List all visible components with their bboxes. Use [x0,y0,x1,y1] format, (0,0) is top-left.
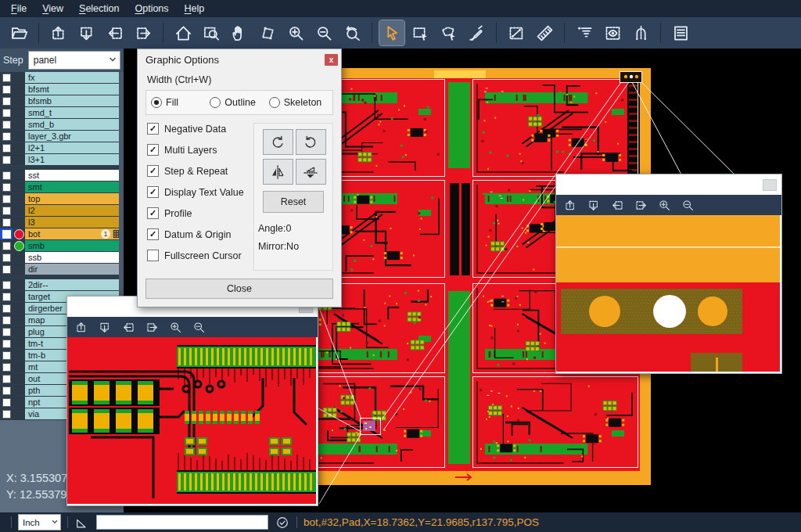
layer-visibility-checkbox[interactable] [0,95,13,106]
layer-row-dir[interactable]: dir [0,264,124,275]
layer-visibility-checkbox[interactable] [0,217,13,228]
corner-angle-icon[interactable] [74,515,90,530]
mag-zoom-out-button[interactable] [681,199,695,212]
layer-visibility-checkbox[interactable] [0,252,13,263]
layer-indicator-slot[interactable] [13,107,25,118]
layer-row-top[interactable]: top [0,193,124,204]
layer-indicator-slot[interactable] [13,142,25,153]
magnifier-view-left[interactable] [67,337,316,504]
layer-visibility-checkbox[interactable] [0,279,13,290]
radio-outline[interactable]: Outline [210,97,268,108]
mag-zoom-out-button[interactable] [192,321,206,334]
layer-indicator-slot[interactable] [13,217,25,228]
layer-visibility-checkbox[interactable] [0,170,13,181]
reset-button[interactable]: Reset [263,191,324,213]
radio-skeleton[interactable]: Skeleton [269,97,328,108]
layer-indicator-slot[interactable] [13,303,25,314]
checkbox-fullscreen-cursor[interactable]: Fullscreen Cursor [147,250,250,261]
tool-pan-hand-button[interactable] [227,20,252,45]
mag-zoom-in-button[interactable] [658,199,671,212]
layer-indicator-slot[interactable] [13,408,25,419]
layer-visibility-checkbox[interactable] [0,240,13,251]
layer-row-smb[interactable]: smb [0,240,124,251]
mag-pan-left-button[interactable] [611,199,624,212]
layer-row-smd_t[interactable]: smd_t [0,107,124,118]
flip-v-button[interactable] [296,159,326,185]
mag-pan-up-button[interactable] [564,199,577,212]
layer-row-bfsmb[interactable]: bfsmb [0,95,124,106]
layer-visibility-checkbox[interactable] [0,338,13,349]
layer-visibility-checkbox[interactable] [0,142,13,153]
tool-zoom-area-button[interactable] [199,20,224,45]
layer-visibility-checkbox[interactable] [0,205,13,216]
tool-filter-button[interactable] [572,20,597,45]
tool-select-cursor-button[interactable] [379,20,404,45]
layer-row-l2[interactable]: l2 [0,205,124,216]
layer-visibility-checkbox[interactable] [0,72,13,83]
layer-visibility-checkbox[interactable] [0,154,13,165]
step-select[interactable]: panel [28,51,120,70]
layer-indicator-slot[interactable] [13,326,25,337]
tool-open-folder-button[interactable] [6,20,31,45]
layer-indicator-slot[interactable] [13,385,25,396]
tool-zoom-previous-button[interactable] [339,20,365,45]
mag-pan-down-button[interactable] [587,199,601,212]
tool-view-region-button[interactable] [600,20,625,45]
layer-visibility-checkbox[interactable] [0,361,13,372]
menu-file[interactable]: File [3,1,34,16]
layer-visibility-checkbox[interactable] [0,228,13,239]
tool-ruler-button[interactable] [532,20,557,45]
layer-indicator-slot[interactable] [13,338,25,349]
layer-indicator-slot[interactable] [13,182,25,192]
layer-visibility-checkbox[interactable] [0,84,13,95]
layer-indicator-slot[interactable] [13,252,25,263]
layer-indicator-slot[interactable] [13,291,25,302]
layer-visibility-checkbox[interactable] [0,326,13,337]
checkbox-profile[interactable]: ✓Profile [147,207,250,219]
tool-report-button[interactable] [668,20,693,45]
layer-visibility-checkbox[interactable] [0,182,13,192]
layer-indicator-slot[interactable] [13,72,25,83]
layer-row-fx[interactable]: fx [0,72,124,83]
tool-pan-up-button[interactable] [46,20,71,45]
mag-pan-down-button[interactable] [99,321,112,334]
unit-select[interactable]: Inch [18,514,61,530]
window-button[interactable] [763,179,777,191]
tool-rect-select-button[interactable] [408,20,433,45]
layer-row-bot[interactable]: bot1 [0,228,124,239]
tool-zoom-out-button[interactable] [311,20,336,45]
menu-view[interactable]: View [34,1,71,16]
menu-options[interactable]: Options [127,1,176,16]
tool-measure-polygon-button[interactable] [255,20,280,45]
menu-selection[interactable]: Selection [71,1,127,16]
mag-pan-right-button[interactable] [634,199,648,212]
layer-visibility-checkbox[interactable] [0,291,13,302]
magnifier-title-bar[interactable] [556,174,781,195]
flip-h-button[interactable] [263,159,293,185]
layer-indicator-slot[interactable] [13,315,25,325]
layer-row-l3+1[interactable]: l3+1 [0,154,124,165]
layer-indicator-slot[interactable] [13,170,25,181]
layer-indicator-slot[interactable] [13,193,25,204]
tool-home-button[interactable] [171,20,196,45]
layer-indicator-slot[interactable] [13,84,25,95]
layer-visibility-checkbox[interactable] [0,408,13,419]
layer-row-l3[interactable]: l3 [0,217,124,228]
layer-indicator-slot[interactable] [13,119,25,130]
layer-row-smt[interactable]: smt [0,182,124,192]
layer-visibility-checkbox[interactable] [0,385,13,396]
mag-pan-left-button[interactable] [122,321,135,334]
layer-indicator-slot[interactable] [13,95,25,106]
layer-row-bfsmt[interactable]: bfsmt [0,84,124,95]
tool-pan-down-button[interactable] [74,20,99,45]
rotate-cw-button[interactable] [263,129,293,155]
rotate-ccw-button[interactable] [296,129,326,155]
command-input[interactable] [96,515,268,530]
tool-clean-brush-button[interactable] [464,20,489,45]
layer-row-sst[interactable]: sst [0,170,124,181]
tool-poly-select-button[interactable] [436,20,461,45]
checkbox-negative-data[interactable]: ✓Negative Data [147,123,250,135]
layer-row-ssb[interactable]: ssb [0,252,124,263]
layer-row-smd_b[interactable]: smd_b [0,119,124,130]
mag-pan-up-button[interactable] [75,321,88,334]
